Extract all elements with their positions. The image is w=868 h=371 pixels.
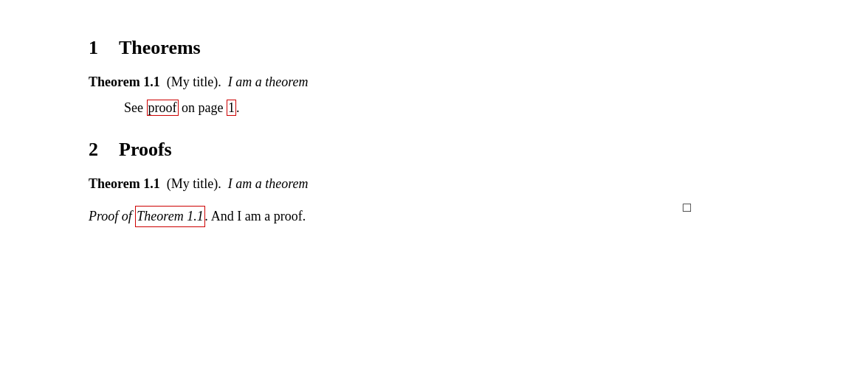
section-proofs: 2 Proofs Theorem 1.1 (My title). I am a … <box>89 139 779 227</box>
proof-link[interactable]: proof <box>147 100 179 116</box>
proof-body: And I am a proof. <box>208 207 306 226</box>
theorem-1-title-paren: (My title). <box>163 74 221 89</box>
theorem-1-block: Theorem 1.1 (My title). I am a theorem S… <box>89 72 779 118</box>
theorem-ref-link[interactable]: Theorem 1.1 <box>135 206 204 227</box>
theorem-2-title-paren: (My title). <box>163 176 221 191</box>
proof-line: Proof of Theorem 1.1. And I am a proof. <box>89 206 306 227</box>
see-proof-line: See proof on page 1. <box>124 98 779 118</box>
section-2-title: Proofs <box>119 139 172 161</box>
section-theorems: 1 Theorems Theorem 1.1 (My title). I am … <box>89 37 779 118</box>
theorem-2-statement: Theorem 1.1 (My title). I am a theorem <box>89 174 779 194</box>
theorem-2-label: Theorem 1.1 <box>89 176 160 191</box>
theorem-2-block: Theorem 1.1 (My title). I am a theorem P… <box>89 174 779 227</box>
section-1-title: Theorems <box>119 37 201 59</box>
page-1-link[interactable]: 1 <box>227 100 236 116</box>
see-prefix: See <box>124 100 147 115</box>
section-2-heading: 2 Proofs <box>89 139 779 161</box>
theorem-1-label: Theorem 1.1 <box>89 74 160 89</box>
section-1-heading: 1 Theorems <box>89 37 779 59</box>
section-1-number: 1 <box>89 37 98 59</box>
theorem-2-body: I am a theorem <box>224 176 308 191</box>
theorem-1-statement: Theorem 1.1 (My title). I am a theorem <box>89 72 779 92</box>
qed-symbol: □ <box>683 200 691 215</box>
page: 1 Theorems Theorem 1.1 (My title). I am … <box>0 0 868 371</box>
section-2-number: 2 <box>89 139 98 161</box>
see-middle: on page <box>179 100 227 115</box>
proof-prefix: Proof of <box>89 207 135 226</box>
proof-row: Proof of Theorem 1.1. And I am a proof. … <box>89 200 779 227</box>
theorem-1-body: I am a theorem <box>224 74 308 89</box>
see-suffix: . <box>236 100 240 115</box>
